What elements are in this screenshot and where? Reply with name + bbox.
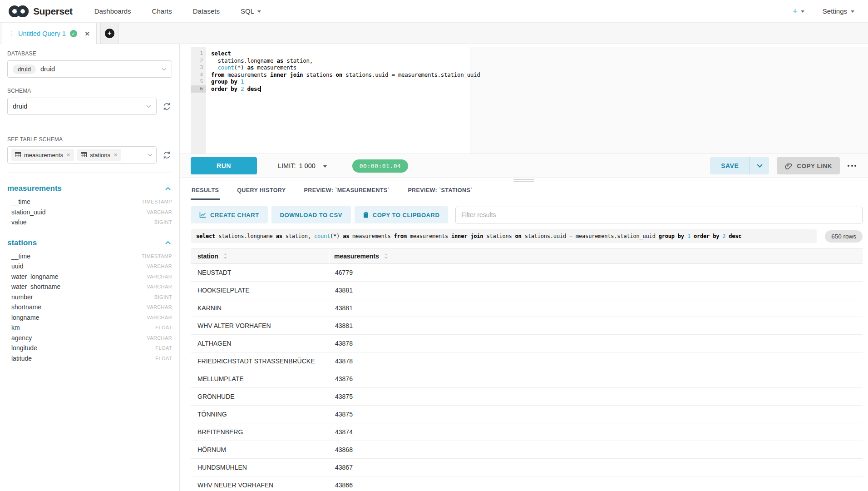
column-name: shortname bbox=[7, 303, 41, 311]
column-name: number bbox=[7, 293, 33, 301]
column-type: VARCHAR bbox=[147, 304, 172, 310]
sql-token: measurements bbox=[407, 233, 451, 239]
database-engine-pill: druid bbox=[13, 64, 36, 74]
sql-token: measurements bbox=[349, 233, 394, 239]
sql-token: as bbox=[247, 64, 254, 71]
code-line: group by 1 bbox=[211, 78, 480, 85]
sql-editor-section: 123456 select stations.longname as stati… bbox=[180, 44, 868, 154]
divider bbox=[7, 126, 172, 126]
sql-token: stations.longname bbox=[215, 233, 276, 239]
line-number: 4 bbox=[191, 71, 203, 79]
main-nav: DashboardsChartsDatasetsSQL bbox=[94, 7, 261, 15]
cell-measurements: 43875 bbox=[330, 393, 863, 400]
link-icon bbox=[784, 162, 792, 170]
sql-token: station, bbox=[282, 233, 314, 239]
cell-station: BREITENBERG bbox=[191, 428, 330, 436]
refresh-schema-button[interactable] bbox=[161, 101, 172, 112]
table-chip-label: measurements bbox=[24, 152, 63, 159]
results-tab-preview-stations[interactable]: PREVIEW: `STATIONS` bbox=[407, 183, 473, 200]
settings-menu[interactable]: Settings bbox=[823, 7, 854, 15]
sql-token: group by bbox=[211, 78, 237, 85]
save-options-button[interactable] bbox=[750, 157, 769, 174]
table-icon bbox=[15, 152, 21, 159]
chevron-up-icon[interactable] bbox=[164, 186, 172, 192]
line-number: 5 bbox=[191, 78, 203, 85]
code-line: order by 2 desc bbox=[211, 85, 480, 93]
create-chart-button[interactable]: CREATE CHART bbox=[191, 206, 268, 223]
nav-item-charts[interactable]: Charts bbox=[152, 7, 172, 15]
sql-token: count bbox=[217, 64, 234, 71]
results-tab-preview-measurements[interactable]: PREVIEW: `MEASUREMENTS` bbox=[303, 183, 391, 200]
schema-table-name: stations bbox=[7, 238, 37, 248]
cell-station: WHV NEUER VORHAFEN bbox=[191, 481, 330, 489]
caret-down-icon bbox=[257, 10, 261, 13]
sql-token bbox=[719, 233, 722, 239]
button-label: CREATE CHART bbox=[210, 212, 259, 218]
column-type: VARCHAR bbox=[147, 284, 172, 289]
column-type: FLOAT bbox=[155, 345, 172, 351]
chevron-down-icon bbox=[162, 68, 167, 71]
column-row: water_shortnameVARCHAR bbox=[7, 282, 172, 292]
sql-token: from bbox=[211, 71, 224, 78]
cell-measurements: 43875 bbox=[330, 411, 863, 418]
results-tab-query-history[interactable]: QUERY HISTORY bbox=[236, 183, 286, 200]
sql-token bbox=[237, 85, 241, 92]
refresh-tables-button[interactable] bbox=[161, 149, 172, 160]
nav-item-datasets[interactable]: Datasets bbox=[193, 7, 220, 15]
table-row: HUNDSMÜHLEN43867 bbox=[191, 459, 863, 476]
cell-station: HOOKSIELPLATE bbox=[191, 287, 330, 294]
copy-to-clipboard-button[interactable]: COPY TO CLIPBOARD bbox=[355, 206, 448, 223]
settings-label: Settings bbox=[823, 7, 847, 15]
clipboard-icon bbox=[363, 212, 369, 218]
sort-icon bbox=[384, 253, 388, 259]
column-row: uuidVARCHAR bbox=[7, 261, 172, 272]
column-row: __timeTIMESTAMP bbox=[7, 251, 172, 262]
pane-resize-handle[interactable] bbox=[180, 178, 868, 183]
cell-station: KARNIN bbox=[191, 304, 330, 312]
table-schema-select[interactable]: measurements✕stations✕ bbox=[7, 146, 157, 164]
run-button[interactable]: RUN bbox=[191, 157, 257, 174]
schema-select[interactable]: druid bbox=[7, 98, 157, 115]
tab-untitled-query-1[interactable]: ⋮ Untitled Query 1 ✓ ✕ bbox=[2, 23, 97, 44]
caret-down-icon bbox=[323, 165, 327, 168]
query-timer-badge: 00:00:01.04 bbox=[352, 159, 409, 173]
sql-token: inner join bbox=[451, 233, 483, 239]
sql-token bbox=[211, 64, 217, 71]
more-options-button[interactable] bbox=[847, 162, 857, 169]
schema-table-name: measurements bbox=[7, 184, 62, 193]
filter-results-input[interactable] bbox=[455, 207, 863, 223]
database-select[interactable]: druid druid bbox=[7, 60, 172, 78]
add-tab-button[interactable]: + bbox=[100, 23, 119, 44]
editor-toolbar: RUN LIMIT: 1 000 00:00:01.04 SAVE COPY L… bbox=[180, 154, 868, 178]
results-tab-results[interactable]: RESULTS bbox=[191, 183, 220, 200]
nav-item-sql[interactable]: SQL bbox=[241, 7, 261, 15]
column-name: km bbox=[7, 324, 20, 331]
cell-station: FRIEDRICHSTADT STRASSENBRÜCKE bbox=[191, 357, 330, 365]
cell-measurements: 43881 bbox=[330, 304, 863, 312]
column-header-station[interactable]: station bbox=[191, 248, 330, 263]
chevron-up-icon[interactable] bbox=[164, 240, 172, 246]
close-tab-icon[interactable]: ✕ bbox=[85, 30, 90, 37]
schema-value: druid bbox=[13, 103, 27, 110]
table-row: HOOKSIELPLATE43881 bbox=[191, 282, 863, 299]
column-row: __timeTIMESTAMP bbox=[7, 197, 172, 207]
chip-remove-icon[interactable]: ✕ bbox=[66, 152, 70, 158]
schema-table-stations: stations__timeTIMESTAMPuuidVARCHARwater_… bbox=[7, 238, 172, 364]
column-type: FLOAT bbox=[155, 356, 172, 361]
download-to-csv-button[interactable]: DOWNLOAD TO CSV bbox=[271, 206, 351, 223]
button-label: COPY TO CLIPBOARD bbox=[373, 212, 439, 218]
nav-item-dashboards[interactable]: Dashboards bbox=[94, 7, 131, 15]
editor-gutter: 123456 bbox=[191, 47, 206, 154]
copy-link-button[interactable]: COPY LINK bbox=[777, 157, 840, 174]
sql-token: from bbox=[394, 233, 407, 239]
column-header-measurements[interactable]: measurements bbox=[330, 248, 863, 263]
chip-remove-icon[interactable]: ✕ bbox=[113, 152, 118, 158]
column-row: kmFLOAT bbox=[7, 322, 172, 333]
save-button[interactable]: SAVE bbox=[710, 157, 750, 174]
superset-logo[interactable]: Superset bbox=[8, 5, 73, 18]
table-icon bbox=[81, 152, 87, 159]
sql-editor[interactable]: select stations.longname as station, cou… bbox=[206, 47, 480, 154]
table-chip-measurements: measurements✕ bbox=[11, 149, 74, 161]
new-item-menu[interactable]: + bbox=[793, 7, 804, 15]
limit-dropdown[interactable]: LIMIT: 1 000 bbox=[278, 162, 327, 169]
